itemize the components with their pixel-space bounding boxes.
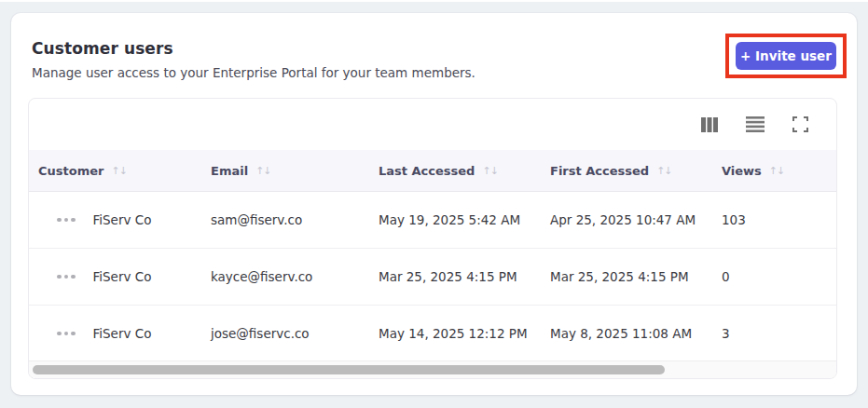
first-accessed-cell: Apr 25, 2025 10:47 AM [541, 212, 712, 227]
email-cell: jose@fiservc.co [201, 326, 369, 341]
last-accessed-cell: May 14, 2025 12:12 PM [369, 326, 541, 341]
last-accessed-cell: May 19, 2025 5:42 AM [369, 212, 541, 227]
table-header-row: Customer ↑↓ Email ↑↓ Last Accessed ↑↓ Fi… [29, 150, 836, 192]
scrollbar-thumb[interactable] [33, 365, 665, 374]
customer-name: FiServ Co [93, 326, 152, 341]
row-menu-icon[interactable] [55, 328, 77, 340]
card-header: Customer users Manage user access to you… [32, 39, 475, 80]
customer-cell: FiServ Co [29, 269, 201, 284]
horizontal-scrollbar[interactable] [29, 360, 836, 378]
top-edge-artifact [0, 0, 868, 2]
column-header-first-accessed[interactable]: First Accessed ↑↓ [541, 164, 712, 178]
sort-icon[interactable]: ↑↓ [656, 165, 671, 177]
page-subtitle: Manage user access to your Enterprise Po… [32, 65, 475, 80]
views-cell: 3 [712, 326, 836, 341]
first-accessed-cell: May 8, 2025 11:08 AM [541, 326, 712, 341]
fullscreen-icon[interactable] [791, 115, 810, 134]
sort-icon[interactable]: ↑↓ [255, 165, 270, 177]
column-header-views[interactable]: Views ↑↓ [712, 164, 836, 178]
customer-name: FiServ Co [93, 269, 152, 284]
table-row[interactable]: FiServ Co kayce@fiserv.co Mar 25, 2025 4… [29, 249, 836, 306]
column-header-email[interactable]: Email ↑↓ [201, 164, 369, 178]
density-icon[interactable] [744, 115, 766, 134]
table-row[interactable]: FiServ Co jose@fiservc.co May 14, 2025 1… [29, 306, 836, 362]
invite-user-highlight-box: + Invite user [725, 34, 847, 78]
sort-icon[interactable]: ↑↓ [482, 165, 497, 177]
page-title: Customer users [32, 39, 475, 58]
last-accessed-cell: Mar 25, 2025 4:15 PM [369, 269, 541, 284]
columns-icon[interactable] [699, 116, 720, 134]
views-cell: 103 [712, 212, 836, 227]
customer-users-card: Customer users Manage user access to you… [11, 13, 857, 395]
email-cell: kayce@fiserv.co [201, 269, 369, 284]
first-accessed-cell: Mar 25, 2025 4:15 PM [541, 269, 712, 284]
row-menu-icon[interactable] [55, 271, 77, 283]
views-cell: 0 [712, 269, 836, 284]
column-header-customer[interactable]: Customer ↑↓ [29, 164, 201, 178]
table-toolbar [29, 99, 836, 150]
users-table: Customer ↑↓ Email ↑↓ Last Accessed ↑↓ Fi… [28, 98, 837, 379]
customer-cell: FiServ Co [29, 326, 201, 341]
customer-cell: FiServ Co [29, 212, 201, 227]
customer-name: FiServ Co [93, 212, 152, 227]
column-header-last-accessed[interactable]: Last Accessed ↑↓ [369, 164, 541, 178]
email-cell: sam@fiserv.co [201, 212, 369, 227]
sort-icon[interactable]: ↑↓ [111, 165, 126, 177]
row-menu-icon[interactable] [55, 214, 77, 226]
table-row[interactable]: FiServ Co sam@fiserv.co May 19, 2025 5:4… [29, 192, 836, 249]
sort-icon[interactable]: ↑↓ [769, 165, 784, 177]
invite-user-button[interactable]: + Invite user [736, 42, 836, 70]
